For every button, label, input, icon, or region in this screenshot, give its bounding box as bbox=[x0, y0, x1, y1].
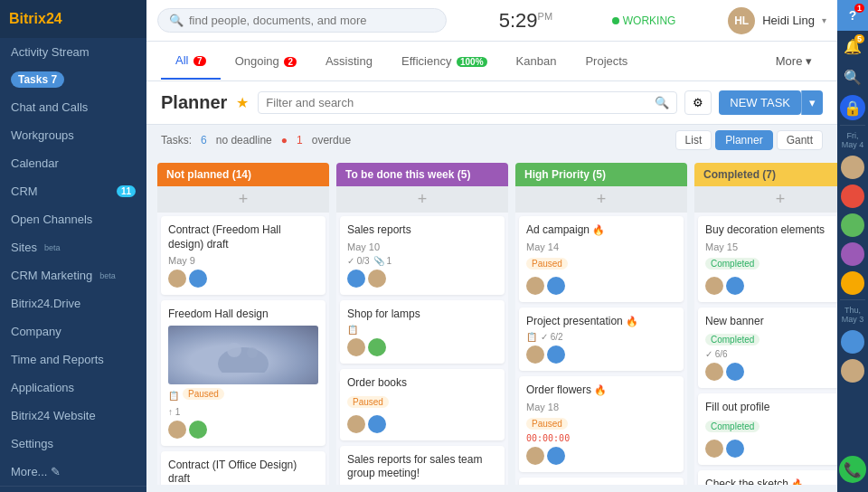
tab-ongoing[interactable]: Ongoing 2 bbox=[221, 43, 311, 79]
sidebar-item-activity-stream[interactable]: Activity Stream bbox=[0, 38, 146, 66]
col-add-completed[interactable]: + bbox=[694, 186, 837, 213]
card-contract-it-office[interactable]: Contract (IT Office Design) draft May 17 bbox=[161, 451, 326, 485]
col-add-not-planned[interactable]: + bbox=[157, 186, 329, 213]
sidebar-item-more[interactable]: More... ✎ bbox=[0, 458, 146, 486]
lock-button[interactable]: 🔒 bbox=[840, 95, 865, 120]
right-avatar-3[interactable] bbox=[841, 213, 864, 237]
card-title: Order flowers 🔥 bbox=[526, 383, 676, 398]
card-new-banner[interactable]: New banner Completed ✓ 6/6 bbox=[698, 308, 837, 389]
sidebar-item-workgroups[interactable]: Workgroups bbox=[0, 121, 146, 149]
right-avatar-4[interactable] bbox=[841, 242, 864, 266]
filter-input-wrap[interactable]: 🔍 bbox=[258, 91, 677, 114]
sidebar-item-applications[interactable]: Applications bbox=[0, 374, 146, 402]
view-list-button[interactable]: List bbox=[675, 130, 712, 150]
sidebar-item-chat-and-calls[interactable]: Chat and Calls bbox=[0, 93, 146, 121]
right-avatar-6[interactable] bbox=[841, 330, 864, 354]
tab-efficiency[interactable]: Efficiency 100% bbox=[387, 43, 502, 79]
tab-projects[interactable]: Projects bbox=[571, 43, 642, 79]
sidebar-item-tasks[interactable]: Tasks 7 bbox=[0, 66, 146, 93]
card-sales-reports-team[interactable]: Sales reports for sales team group meeti… bbox=[340, 446, 505, 485]
card-shop-for-lamps[interactable]: Shop for lamps 📋 bbox=[340, 300, 505, 364]
working-status[interactable]: WORKING bbox=[612, 14, 676, 27]
tasks-pill[interactable]: Tasks 7 bbox=[11, 71, 64, 88]
view-planner-button[interactable]: Planner bbox=[715, 130, 772, 150]
user-chevron-icon[interactable]: ▾ bbox=[822, 15, 826, 25]
sidebar-item-label: Settings bbox=[11, 437, 53, 450]
card-title: Sales reports for sales team group meeti… bbox=[347, 453, 497, 481]
notifications-button[interactable]: 🔔 5 bbox=[837, 31, 868, 62]
col-add-to-be-done[interactable]: + bbox=[336, 186, 508, 213]
tab-kanban[interactable]: Kanban bbox=[502, 43, 571, 79]
card-order-flowers[interactable]: Order flowers 🔥 May 18 Paused 00:00:00 bbox=[519, 376, 684, 472]
user-name: Heidi Ling bbox=[762, 14, 815, 27]
planner-star-icon[interactable]: ★ bbox=[236, 94, 249, 111]
sidebar-item-calendar[interactable]: Calendar bbox=[0, 149, 146, 177]
avatar bbox=[547, 345, 565, 364]
main-area: 🔍 5:29PM WORKING HL Heidi Ling ▾ All 7 O… bbox=[146, 0, 837, 492]
tab-assisting[interactable]: Assisting bbox=[311, 43, 387, 79]
configure-menu[interactable]: ⚙ CONFIGURE MENU bbox=[0, 486, 146, 492]
no-deadline-label: no deadline bbox=[216, 134, 272, 147]
card-shop-for-lamps-hp[interactable]: Shop for lamps May 14 bbox=[519, 478, 684, 485]
board: Not planned (14) + Contract (Freedom Hal… bbox=[146, 156, 837, 492]
search-box[interactable]: 🔍 bbox=[157, 8, 447, 33]
user-avatar[interactable]: HL bbox=[728, 7, 755, 34]
content-area: All 7 Ongoing 2 Assisting Efficiency 100… bbox=[146, 42, 837, 492]
meta-progress: ✓ 0/3 bbox=[347, 256, 370, 266]
overdue-indicator: ● bbox=[281, 134, 288, 147]
phone-button[interactable]: 📞 bbox=[839, 456, 866, 483]
tab-more[interactable]: More ▾ bbox=[765, 47, 823, 75]
separator-2 bbox=[840, 299, 864, 300]
right-avatar-2[interactable] bbox=[841, 184, 864, 208]
sidebar-item-bitrix24-drive[interactable]: Bitrix24.Drive bbox=[0, 289, 146, 317]
phone-button-wrap: 📞 bbox=[839, 452, 866, 492]
sidebar-item-label: Calendar bbox=[11, 156, 59, 170]
sidebar-item-bitrix24-website[interactable]: Bitrix24 Website bbox=[0, 402, 146, 430]
help-badge: 1 bbox=[854, 4, 864, 13]
avatar bbox=[726, 440, 744, 458]
card-image bbox=[168, 326, 318, 384]
col-header-high-priority: High Priority (5) bbox=[515, 163, 687, 186]
view-gantt-button[interactable]: Gantt bbox=[777, 130, 823, 150]
new-task-split-button[interactable]: ▾ bbox=[801, 90, 823, 115]
right-avatar-1[interactable] bbox=[841, 156, 864, 179]
settings-button[interactable]: ⚙ bbox=[684, 90, 712, 115]
col-add-high-priority[interactable]: + bbox=[515, 186, 687, 213]
card-avatars bbox=[347, 338, 497, 356]
card-check-sketch[interactable]: Check the sketch 🔥 ✓ 4/4 bbox=[698, 470, 837, 485]
sidebar-item-sites[interactable]: Sites beta bbox=[0, 233, 146, 261]
sidebar-item-time-and-reports[interactable]: Time and Reports bbox=[0, 345, 146, 374]
right-avatar-5[interactable] bbox=[841, 271, 864, 295]
sidebar-item-company[interactable]: Company bbox=[0, 317, 146, 345]
help-button[interactable]: ? 1 bbox=[837, 0, 868, 31]
search-button[interactable]: 🔍 bbox=[837, 62, 868, 92]
tab-all[interactable]: All 7 bbox=[161, 43, 221, 80]
card-ad-campaign[interactable]: Ad campaign 🔥 May 14 Paused bbox=[519, 216, 684, 302]
card-contract-freedom-hall[interactable]: Contract (Freedom Hall design) draft May… bbox=[161, 216, 326, 295]
filter-input[interactable] bbox=[266, 96, 655, 109]
card-order-books[interactable]: Order books Paused bbox=[340, 369, 505, 440]
card-sales-reports[interactable]: Sales reports May 10 ✓ 0/3 📎 1 bbox=[340, 216, 505, 295]
sidebar-item-crm[interactable]: CRM 11 bbox=[0, 177, 146, 205]
thumbnail-inner bbox=[168, 326, 318, 384]
sidebar-item-open-channels[interactable]: Open Channels bbox=[0, 205, 146, 233]
search-icon: 🔍 bbox=[169, 14, 184, 27]
efficiency-badge: 100% bbox=[457, 57, 487, 67]
card-buy-decoration[interactable]: Buy decoration elements May 15 Completed bbox=[698, 216, 837, 302]
sidebar-item-settings[interactable]: Settings bbox=[0, 430, 146, 458]
col-label-to-be-done: To be done this week (5) bbox=[345, 168, 470, 181]
right-avatar-7[interactable] bbox=[841, 359, 864, 383]
new-task-button[interactable]: NEW TASK bbox=[719, 90, 801, 115]
tasks-count-link[interactable]: 6 bbox=[201, 134, 207, 147]
tasks-badge: 7 bbox=[51, 73, 57, 86]
card-fill-out-profile[interactable]: Fill out profile Completed bbox=[698, 393, 837, 465]
card-status: Completed bbox=[705, 334, 760, 345]
sidebar-item-crm-marketing[interactable]: CRM Marketing beta bbox=[0, 261, 146, 289]
overdue-count-link[interactable]: 1 bbox=[297, 134, 303, 147]
card-freedom-hall-design[interactable]: Freedom Hall design 📋 bbox=[161, 300, 326, 446]
col-header-to-be-done: To be done this week (5) bbox=[336, 163, 508, 186]
card-meta: ✓ 0/3 📎 1 bbox=[347, 256, 497, 266]
search-input[interactable] bbox=[189, 14, 435, 27]
avatar bbox=[547, 447, 565, 465]
card-project-presentation[interactable]: Project presentation 🔥 📋 ✓ 6/2 bbox=[519, 308, 684, 372]
